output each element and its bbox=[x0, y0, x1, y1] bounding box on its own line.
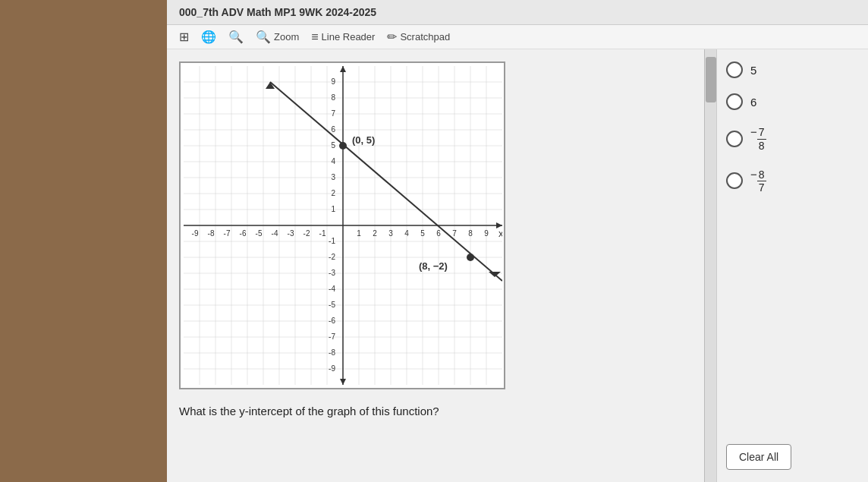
radio-button-4[interactable] bbox=[726, 172, 743, 189]
svg-text:(0, 5): (0, 5) bbox=[352, 134, 375, 146]
question-area: x -1 -2 -3 -4 -5 -6 -7 -8 -9 1 2 3 bbox=[167, 49, 704, 482]
toolbar-grid[interactable]: ⊞ bbox=[179, 30, 189, 44]
title-bar: 000_7th ADV Math MP1 9WK 2024-2025 bbox=[167, 0, 868, 25]
radio-button-2[interactable] bbox=[726, 93, 743, 110]
svg-text:-4: -4 bbox=[329, 285, 335, 293]
svg-text:-8: -8 bbox=[329, 348, 335, 357]
page-title: 000_7th ADV Math MP1 9WK 2024-2025 bbox=[179, 6, 376, 18]
svg-text:1: 1 bbox=[331, 205, 335, 213]
svg-text:-3: -3 bbox=[329, 269, 335, 277]
svg-text:-7: -7 bbox=[329, 332, 335, 341]
answer-option-3: − 7 8 bbox=[726, 125, 859, 153]
svg-text:-7: -7 bbox=[224, 229, 231, 238]
answer-label-4: − 8 7 bbox=[750, 168, 766, 195]
svg-text:-1: -1 bbox=[329, 237, 335, 245]
svg-text:9: 9 bbox=[331, 77, 335, 86]
radio-button-3[interactable] bbox=[726, 131, 743, 147]
search-small-icon: 🔍 bbox=[228, 30, 244, 44]
svg-text:4: 4 bbox=[331, 157, 335, 165]
zoom-icon: 🔍 bbox=[256, 30, 271, 44]
scratchpad-label: Scratchpad bbox=[400, 31, 450, 43]
svg-text:-9: -9 bbox=[192, 229, 199, 238]
svg-point-84 bbox=[339, 142, 347, 150]
svg-text:-1: -1 bbox=[319, 229, 326, 238]
svg-text:-6: -6 bbox=[240, 229, 247, 238]
coordinate-graph: x -1 -2 -3 -4 -5 -6 -7 -8 -9 1 2 3 bbox=[184, 66, 502, 385]
svg-text:-4: -4 bbox=[272, 229, 278, 238]
grid-icon: ⊞ bbox=[179, 30, 189, 44]
svg-text:7: 7 bbox=[331, 109, 335, 118]
svg-text:-2: -2 bbox=[329, 253, 335, 261]
svg-text:2: 2 bbox=[331, 189, 335, 197]
svg-text:-5: -5 bbox=[256, 229, 263, 238]
clear-all-button[interactable]: Clear All bbox=[726, 444, 791, 470]
svg-text:5: 5 bbox=[331, 141, 335, 150]
left-panel bbox=[0, 0, 167, 482]
svg-text:8: 8 bbox=[331, 93, 335, 102]
svg-text:8: 8 bbox=[468, 229, 473, 238]
toolbar-settings[interactable]: 🌐 bbox=[201, 30, 216, 44]
svg-text:7: 7 bbox=[452, 229, 457, 238]
svg-text:2: 2 bbox=[373, 229, 377, 238]
svg-text:-8: -8 bbox=[208, 229, 215, 238]
svg-text:-3: -3 bbox=[288, 229, 294, 238]
fraction-7-8: 7 8 bbox=[757, 126, 766, 153]
answer-panel: 5 6 − 7 8 − bbox=[716, 49, 868, 482]
svg-text:9: 9 bbox=[484, 229, 489, 238]
svg-text:-6: -6 bbox=[329, 317, 335, 325]
main-content: 000_7th ADV Math MP1 9WK 2024-2025 ⊞ 🌐 🔍… bbox=[167, 0, 868, 482]
svg-text:-2: -2 bbox=[303, 229, 310, 238]
graph-container: x -1 -2 -3 -4 -5 -6 -7 -8 -9 1 2 3 bbox=[179, 61, 505, 389]
zoom-label: Zoom bbox=[274, 31, 299, 43]
answer-label-1: 5 bbox=[750, 64, 756, 77]
svg-text:4: 4 bbox=[404, 229, 409, 238]
content-area: x -1 -2 -3 -4 -5 -6 -7 -8 -9 1 2 3 bbox=[167, 49, 868, 482]
answer-label-2: 6 bbox=[750, 96, 756, 109]
scrollbar[interactable] bbox=[704, 49, 716, 482]
denominator-8: 8 bbox=[757, 140, 766, 153]
scratchpad-icon: ✏ bbox=[387, 30, 397, 44]
svg-text:5: 5 bbox=[420, 229, 425, 238]
line-reader-icon: ≡ bbox=[311, 30, 318, 44]
numerator-8: 8 bbox=[757, 169, 766, 182]
scrollbar-thumb[interactable] bbox=[706, 57, 716, 102]
toolbar-line-reader[interactable]: ≡ Line Reader bbox=[311, 30, 375, 44]
svg-text:(8, −2): (8, −2) bbox=[419, 260, 448, 272]
line-reader-label: Line Reader bbox=[322, 31, 376, 43]
svg-text:3: 3 bbox=[331, 173, 335, 181]
radio-button-1[interactable] bbox=[726, 61, 743, 78]
denominator-7: 7 bbox=[757, 181, 766, 194]
numerator-7: 7 bbox=[757, 126, 766, 140]
answer-label-3: − 7 8 bbox=[750, 125, 766, 153]
globe-icon: 🌐 bbox=[201, 30, 216, 44]
svg-text:6: 6 bbox=[436, 229, 441, 238]
question-text: What is the y-intercept of the graph of … bbox=[179, 405, 692, 417]
svg-text:6: 6 bbox=[331, 125, 335, 134]
svg-text:-5: -5 bbox=[329, 301, 335, 309]
toolbar-search-small[interactable]: 🔍 bbox=[228, 30, 244, 44]
answer-option-2: 6 bbox=[726, 93, 859, 110]
toolbar-zoom[interactable]: 🔍 Zoom bbox=[256, 30, 299, 44]
svg-text:3: 3 bbox=[388, 229, 393, 238]
fraction-8-7: 8 7 bbox=[757, 169, 766, 195]
svg-text:1: 1 bbox=[357, 229, 361, 238]
answer-option-4: − 8 7 bbox=[726, 168, 859, 195]
svg-point-86 bbox=[467, 254, 474, 261]
toolbar: ⊞ 🌐 🔍 🔍 Zoom ≡ Line Reader ✏ Scratchpad bbox=[167, 25, 868, 49]
answer-option-1: 5 bbox=[726, 61, 859, 78]
toolbar-scratchpad[interactable]: ✏ Scratchpad bbox=[387, 30, 450, 44]
svg-text:x: x bbox=[498, 228, 502, 239]
svg-text:-9: -9 bbox=[329, 364, 335, 373]
